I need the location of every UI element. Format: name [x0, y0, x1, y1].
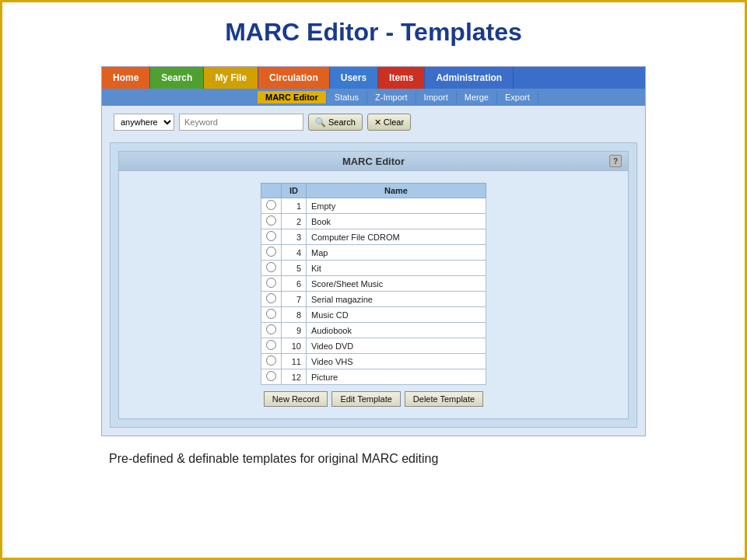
nav-items[interactable]: Items — [378, 67, 425, 89]
record-id: 11 — [282, 354, 307, 369]
help-icon[interactable]: ? — [609, 155, 622, 167]
record-id: 7 — [282, 292, 307, 307]
nav-users[interactable]: Users — [330, 67, 378, 89]
radio-cell[interactable] — [261, 261, 282, 276]
table-buttons: New Record Edit Template Delete Template — [135, 391, 612, 407]
subnav-export[interactable]: Export — [497, 91, 538, 103]
subnav-zimport[interactable]: Z-Import — [367, 91, 416, 103]
table-row: 1 Empty — [261, 198, 486, 214]
nav-search[interactable]: Search — [150, 67, 204, 89]
radio-cell[interactable] — [261, 369, 282, 385]
record-id: 8 — [282, 307, 307, 323]
clear-button[interactable]: ✕ Clear — [367, 114, 411, 131]
table-row: 9 Audiobook — [261, 323, 486, 338]
record-id: 3 — [282, 229, 307, 245]
nav-administration[interactable]: Administration — [425, 67, 514, 89]
marc-editor-panel: MARC Editor ? ID Name — [118, 151, 629, 419]
col-name: Name — [307, 184, 486, 198]
table-row: 4 Map — [261, 245, 486, 261]
record-id: 12 — [282, 369, 307, 385]
search-btn-label: Search — [328, 117, 356, 127]
radio-cell[interactable] — [261, 214, 282, 229]
radio-cell[interactable] — [261, 354, 282, 369]
record-id: 9 — [282, 323, 307, 338]
delete-template-button[interactable]: Delete Template — [405, 391, 483, 407]
record-name: Map — [307, 245, 486, 261]
col-id: ID — [282, 184, 307, 198]
table-row: 3 Computer File CDROM — [261, 229, 486, 245]
keyword-input[interactable] — [179, 114, 303, 131]
table-row: 11 Video VHS — [261, 354, 486, 369]
subnav-status[interactable]: Status — [327, 91, 367, 103]
edit-template-button[interactable]: Edit Template — [331, 391, 400, 407]
record-name: Score/Sheet Music — [307, 276, 486, 292]
table-row: 7 Serial magazine — [261, 292, 486, 307]
record-name: Computer File CDROM — [307, 229, 486, 245]
record-name: Music CD — [307, 307, 486, 323]
subnav-marc-editor[interactable]: MARC Editor — [258, 91, 327, 103]
col-radio — [261, 184, 282, 198]
record-id: 4 — [282, 245, 307, 261]
footer-text: Pre-defined & definable templates for or… — [101, 452, 646, 466]
nav-bar: Home Search My File Circulation Users It… — [102, 67, 645, 89]
marc-editor-title: MARC Editor — [138, 156, 609, 167]
nav-myfile[interactable]: My File — [204, 67, 258, 89]
record-name: Serial magazine — [307, 292, 486, 307]
records-table: ID Name 1 Empty 2 Book — [261, 183, 486, 385]
record-name: Video DVD — [307, 338, 486, 354]
table-row: 5 Kit — [261, 261, 486, 276]
page-title: MARC Editor - Templates — [225, 18, 522, 47]
table-row: 8 Music CD — [261, 307, 486, 323]
table-row: 2 Book — [261, 214, 486, 229]
radio-cell[interactable] — [261, 323, 282, 338]
nav-home[interactable]: Home — [102, 67, 150, 89]
record-id: 10 — [282, 338, 307, 354]
table-row: 12 Picture — [261, 369, 486, 385]
radio-cell[interactable] — [261, 198, 282, 214]
record-name: Book — [307, 214, 486, 229]
marc-content: ID Name 1 Empty 2 Book — [119, 171, 628, 418]
record-name: Empty — [307, 198, 486, 214]
table-row: 10 Video DVD — [261, 338, 486, 354]
record-name: Video VHS — [307, 354, 486, 369]
record-name: Audiobook — [307, 323, 486, 338]
subnav-merge[interactable]: Merge — [457, 91, 497, 103]
sub-nav: MARC Editor Status Z-Import Import Merge… — [102, 89, 645, 106]
radio-cell[interactable] — [261, 307, 282, 323]
record-id: 2 — [282, 214, 307, 229]
radio-cell[interactable] — [261, 245, 282, 261]
search-btn-icon: 🔍 — [315, 117, 326, 128]
clear-btn-label: Clear — [384, 117, 404, 127]
nav-circulation[interactable]: Circulation — [258, 67, 330, 89]
record-id: 5 — [282, 261, 307, 276]
record-name: Kit — [307, 261, 486, 276]
clear-btn-icon: ✕ — [374, 117, 381, 128]
record-id: 6 — [282, 276, 307, 292]
marc-editor-header: MARC Editor ? — [119, 152, 628, 171]
radio-cell[interactable] — [261, 292, 282, 307]
new-record-button[interactable]: New Record — [264, 391, 328, 407]
subnav-import[interactable]: Import — [416, 91, 457, 103]
app-frame: Home Search My File Circulation Users It… — [101, 66, 646, 436]
search-bar: anywhere title author 🔍 Search ✕ Clear — [102, 106, 645, 138]
radio-cell[interactable] — [261, 338, 282, 354]
content-area: MARC Editor ? ID Name — [110, 142, 637, 428]
record-name: Picture — [307, 369, 486, 385]
table-row: 6 Score/Sheet Music — [261, 276, 486, 292]
radio-cell[interactable] — [261, 276, 282, 292]
search-button[interactable]: 🔍 Search — [308, 114, 363, 131]
search-select[interactable]: anywhere title author — [114, 114, 174, 131]
radio-cell[interactable] — [261, 229, 282, 245]
record-id: 1 — [282, 198, 307, 214]
